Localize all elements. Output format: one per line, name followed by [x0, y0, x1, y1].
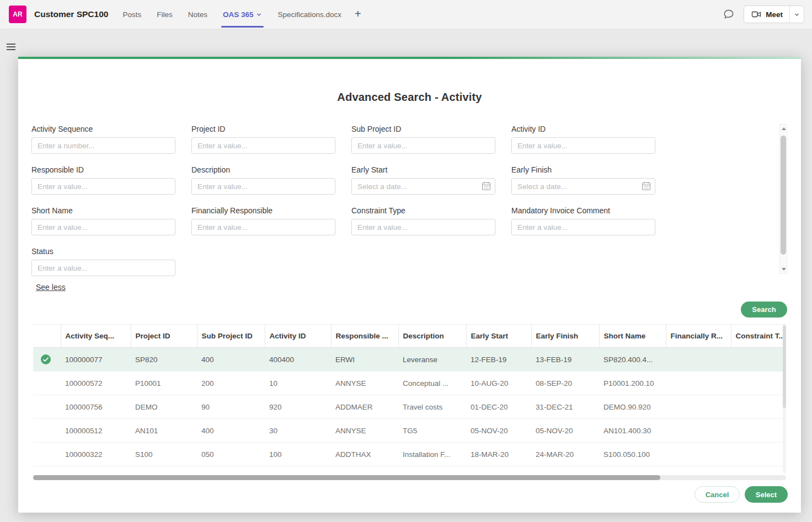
add-tab-button[interactable]: + — [355, 8, 361, 21]
table-cell: 002 — [197, 466, 265, 475]
table-cell: ADDTHAX — [331, 443, 398, 466]
table-header-row: Activity Seq...Project IDSub Project IDA… — [33, 325, 786, 348]
table-cell: 13-FEB-19 — [531, 348, 599, 372]
see-less-link[interactable]: See less — [36, 283, 66, 292]
col-header-project-id[interactable]: Project ID — [131, 325, 197, 348]
project-id-input[interactable] — [191, 137, 335, 154]
short-name-input[interactable] — [31, 219, 175, 235]
field-status: Status — [31, 247, 175, 276]
table-cell: AN101.400.30 — [599, 419, 666, 443]
field-activity-sequence: Activity Sequence — [31, 125, 175, 154]
tab-notes[interactable]: Notes — [188, 0, 207, 29]
tab-specifications-docx[interactable]: Specifications.docx — [277, 0, 341, 29]
col-header-description[interactable]: Description — [398, 325, 466, 348]
status-input[interactable] — [31, 260, 175, 276]
table-cell: ANNYSE — [331, 419, 398, 443]
table-cell: Conceptual ... — [398, 372, 466, 395]
results-table-container: Activity Seq...Project IDSub Project IDA… — [33, 324, 786, 474]
responsible-id-input[interactable] — [31, 178, 175, 195]
table-cell: 01-DEC-20 — [466, 395, 531, 419]
tab-label: Files — [157, 10, 173, 19]
field-label: Activity ID — [511, 125, 655, 134]
field-early-finish: Early Finish — [511, 165, 655, 195]
financially-responsible-input[interactable] — [191, 219, 335, 235]
cancel-button[interactable]: Cancel — [695, 486, 740, 503]
calendar-icon[interactable] — [642, 181, 651, 191]
table-horizontal-scrollbar[interactable] — [33, 475, 786, 480]
field-label: Early Finish — [511, 165, 655, 175]
mandatory-invoice-comment-input[interactable] — [511, 219, 655, 235]
menu-icon[interactable] — [7, 44, 15, 52]
table-cell — [666, 443, 731, 466]
constraint-type-input[interactable] — [351, 219, 495, 235]
table-cell: 12-FEB-19 — [466, 348, 531, 372]
tab-files[interactable]: Files — [157, 0, 173, 29]
meet-button[interactable]: Meet — [744, 6, 789, 23]
col-header-short-name[interactable]: Short Name — [599, 325, 666, 348]
tab-label: OAS 365 — [223, 10, 254, 19]
early-start-input[interactable] — [351, 178, 495, 195]
table-cell: DEMO — [131, 395, 197, 419]
scroll-up-arrow-icon[interactable] — [782, 127, 786, 130]
early-finish-input[interactable] — [511, 178, 655, 195]
col-header-sub-project-id[interactable]: Sub Project ID — [197, 325, 265, 348]
sub-project-id-input[interactable] — [351, 137, 495, 154]
table-cell: Transport — [398, 466, 466, 475]
table-row[interactable]: 100000572P1000120010ANNYSEConceptual ...… — [33, 372, 786, 395]
table-hscrollbar-thumb[interactable] — [33, 475, 660, 480]
description-input[interactable] — [191, 178, 335, 195]
field-mandatory-invoice-comment: Mandatory Invoice Comment — [511, 206, 655, 235]
scroll-down-arrow-icon[interactable] — [782, 268, 786, 271]
table-vscrollbar-thumb[interactable] — [783, 325, 786, 408]
table-cell: 100 — [265, 443, 331, 466]
col-header-early-start[interactable]: Early Start — [466, 325, 531, 348]
chat-icon[interactable] — [723, 8, 735, 20]
table-row[interactable]: 100000371SP821002920100ERWITransport02-F… — [33, 466, 786, 475]
field-label: Project ID — [191, 125, 335, 134]
col-header-activity-seq[interactable]: Activity Seq... — [61, 325, 131, 348]
table-cell: Leveranse — [398, 348, 466, 372]
meet-dropdown-button[interactable] — [789, 6, 804, 23]
table-cell: 920100 — [265, 466, 331, 475]
search-button[interactable]: Search — [741, 302, 787, 317]
form-scrollbar-thumb[interactable] — [781, 136, 786, 255]
col-header-activity-id[interactable]: Activity ID — [265, 325, 331, 348]
form-scrollbar[interactable] — [779, 124, 787, 274]
table-cell — [731, 466, 786, 475]
video-camera-icon — [751, 9, 762, 20]
table-cell: 10 — [265, 372, 331, 395]
table-cell: Installation F... — [398, 443, 466, 466]
table-cell: 050 — [197, 443, 265, 466]
table-row[interactable]: 100000077SP820400400400ERWILeveranse12-F… — [33, 348, 786, 372]
field-financially-responsible: Financially Responsible — [191, 206, 335, 235]
field-label: Constraint Type — [351, 206, 495, 216]
table-cell — [731, 348, 786, 372]
table-cell: S100.050.100 — [599, 443, 666, 466]
team-avatar[interactable]: AR — [9, 6, 26, 23]
table-row[interactable]: 100000512AN10140030ANNYSETG505-NOV-2005-… — [33, 419, 786, 443]
table-row[interactable]: 100000322S100050100ADDTHAXInstallation F… — [33, 443, 786, 466]
activity-id-input[interactable] — [511, 137, 655, 154]
select-button[interactable]: Select — [745, 486, 788, 503]
row-select-cell — [33, 372, 61, 395]
table-vertical-scrollbar[interactable] — [783, 325, 786, 473]
tab-oas-365[interactable]: OAS 365 — [223, 0, 263, 29]
field-activity-id: Activity ID — [511, 125, 655, 154]
calendar-icon[interactable] — [482, 181, 491, 191]
table-cell: SP820 — [131, 348, 197, 372]
col-header-early-finish[interactable]: Early Finish — [531, 325, 599, 348]
col-header-financially-r[interactable]: Financially R... — [666, 325, 731, 348]
tab-posts[interactable]: Posts — [122, 0, 141, 29]
table-row[interactable]: 100000756DEMO90920ADDMAERTravel costs01-… — [33, 395, 786, 419]
activity-sequence-input[interactable] — [31, 137, 175, 154]
search-form: Activity SequenceProject IDSub Project I… — [18, 125, 777, 276]
table-cell: 90 — [197, 395, 265, 419]
field-short-name: Short Name — [31, 206, 175, 235]
col-header-responsible[interactable]: Responsible ... — [331, 325, 398, 348]
table-cell: DEMO.90.920 — [599, 395, 666, 419]
table-cell: 400400 — [265, 348, 331, 372]
col-header-constraint-t[interactable]: Constraint T... — [731, 325, 786, 348]
topbar-actions: Meet — [723, 6, 804, 23]
advanced-search-dialog: Advanced Search - Activity Activity Sequ… — [18, 57, 801, 513]
field-project-id: Project ID — [191, 125, 335, 154]
